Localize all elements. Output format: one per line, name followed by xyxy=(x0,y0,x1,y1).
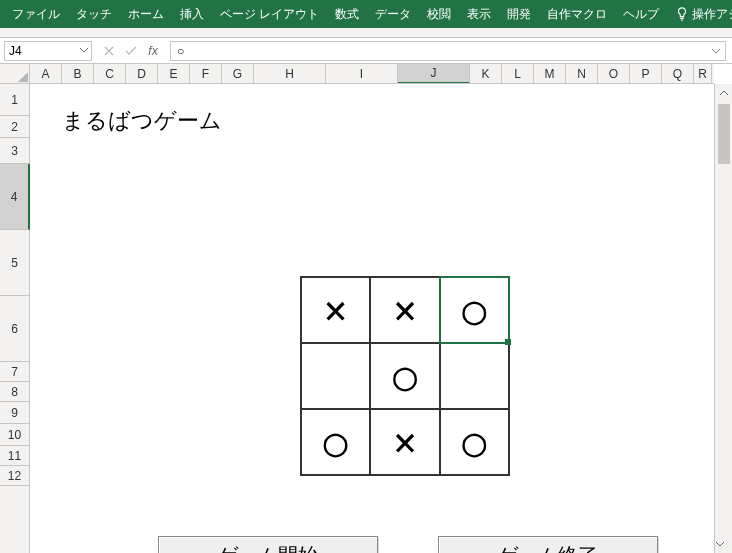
cancel-formula-button[interactable] xyxy=(98,41,120,61)
scroll-down-button[interactable] xyxy=(715,535,725,553)
ttt-cell-H4[interactable]: × xyxy=(301,277,370,343)
row-header-5[interactable]: 5 xyxy=(0,230,29,296)
enter-formula-button[interactable] xyxy=(120,41,142,61)
vertical-scrollbar[interactable] xyxy=(714,84,732,553)
game-start-button[interactable]: ゲーム開始 xyxy=(158,536,378,553)
select-all-corner[interactable] xyxy=(0,64,30,84)
tictactoe-board: × × ○ ○ ○ × ○ xyxy=(300,276,510,476)
ribbon-tab-touch[interactable]: タッチ xyxy=(68,0,120,28)
row-header-3[interactable]: 3 xyxy=(0,138,29,164)
row-header-10[interactable]: 10 xyxy=(0,424,29,446)
formula-value: ○ xyxy=(177,44,184,58)
column-header-E[interactable]: E xyxy=(158,64,190,83)
formula-input[interactable]: ○ xyxy=(170,41,726,61)
row-header-7[interactable]: 7 xyxy=(0,362,29,382)
chevron-down-icon xyxy=(79,45,89,55)
column-header-R[interactable]: R xyxy=(694,64,712,83)
ttt-cell-I4[interactable]: × xyxy=(370,277,439,343)
ribbon-tab-custom-macro[interactable]: 自作マクロ xyxy=(539,0,615,28)
column-header-F[interactable]: F xyxy=(190,64,222,83)
ribbon-collapse-strip xyxy=(0,28,732,38)
ttt-cell-H6[interactable]: ○ xyxy=(301,409,370,475)
row-header-4[interactable]: 4 xyxy=(0,164,30,230)
column-header-A[interactable]: A xyxy=(30,64,62,83)
name-box-value: J4 xyxy=(9,44,22,58)
x-icon xyxy=(103,45,115,57)
row-header-2[interactable]: 2 xyxy=(0,116,29,138)
ribbon-tab-file[interactable]: ファイル xyxy=(4,0,68,28)
column-header-N[interactable]: N xyxy=(566,64,598,83)
column-header-Q[interactable]: Q xyxy=(662,64,694,83)
ttt-cell-H5[interactable] xyxy=(301,343,370,409)
column-header-I[interactable]: I xyxy=(326,64,398,83)
triangle-icon xyxy=(18,72,28,82)
worksheet-area: ABCDEFGHIJKLMNOPQR 123456789101112 まるばつゲ… xyxy=(0,64,732,553)
column-header-H[interactable]: H xyxy=(254,64,326,83)
check-icon xyxy=(124,45,138,57)
sheet-grid[interactable]: まるばつゲーム × × ○ ○ ○ × ○ ゲーム開始 xyxy=(30,84,714,553)
column-header-O[interactable]: O xyxy=(598,64,630,83)
ribbon-tab-insert[interactable]: 挿入 xyxy=(172,0,212,28)
column-header-C[interactable]: C xyxy=(94,64,126,83)
column-header-D[interactable]: D xyxy=(126,64,158,83)
row-header-8[interactable]: 8 xyxy=(0,382,29,402)
row-headers: 123456789101112 xyxy=(0,84,30,553)
column-headers: ABCDEFGHIJKLMNOPQR xyxy=(30,64,714,84)
row-header-1[interactable]: 1 xyxy=(0,84,29,116)
page-title: まるばつゲーム xyxy=(62,106,222,136)
column-header-K[interactable]: K xyxy=(470,64,502,83)
ttt-cell-J5[interactable] xyxy=(440,343,509,409)
formula-bar: J4 fx ○ xyxy=(0,38,732,64)
chevron-down-icon xyxy=(715,539,725,549)
ttt-cell-J6[interactable]: ○ xyxy=(440,409,509,475)
tell-me-label: 操作アシス xyxy=(692,6,732,23)
row-header-12[interactable]: 12 xyxy=(0,466,29,486)
name-box[interactable]: J4 xyxy=(4,41,92,61)
column-header-B[interactable]: B xyxy=(62,64,94,83)
row-header-9[interactable]: 9 xyxy=(0,402,29,424)
ribbon-tab-help[interactable]: ヘルプ xyxy=(615,0,667,28)
column-header-J[interactable]: J xyxy=(398,64,470,84)
expand-formula-icon[interactable] xyxy=(711,46,721,56)
ribbon-tab-pagelayout[interactable]: ページ レイアウト xyxy=(212,0,327,28)
ribbon-tab-view[interactable]: 表示 xyxy=(459,0,499,28)
row-header-11[interactable]: 11 xyxy=(0,446,29,466)
game-end-button[interactable]: ゲーム終了 xyxy=(438,536,658,553)
column-header-P[interactable]: P xyxy=(630,64,662,83)
ribbon: ファイル タッチ ホーム 挿入 ページ レイアウト 数式 データ 校閲 表示 開… xyxy=(0,0,732,28)
ttt-cell-I5[interactable]: ○ xyxy=(370,343,439,409)
insert-function-button[interactable]: fx xyxy=(142,41,164,61)
fx-label: fx xyxy=(148,44,157,58)
column-header-G[interactable]: G xyxy=(222,64,254,83)
column-header-L[interactable]: L xyxy=(502,64,534,83)
row-header-6[interactable]: 6 xyxy=(0,296,29,362)
column-header-M[interactable]: M xyxy=(534,64,566,83)
scroll-thumb[interactable] xyxy=(718,104,730,164)
ribbon-tab-developer[interactable]: 開発 xyxy=(499,0,539,28)
lightbulb-icon xyxy=(675,7,689,21)
scroll-up-button[interactable] xyxy=(715,84,732,102)
tell-me[interactable]: 操作アシス xyxy=(667,0,732,28)
ribbon-tab-formulas[interactable]: 数式 xyxy=(327,0,367,28)
ribbon-tab-review[interactable]: 校閲 xyxy=(419,0,459,28)
ribbon-tab-data[interactable]: データ xyxy=(367,0,419,28)
ribbon-tab-home[interactable]: ホーム xyxy=(120,0,172,28)
ttt-cell-J4[interactable]: ○ xyxy=(440,277,509,343)
ttt-cell-I6[interactable]: × xyxy=(370,409,439,475)
chevron-up-icon xyxy=(719,88,729,98)
